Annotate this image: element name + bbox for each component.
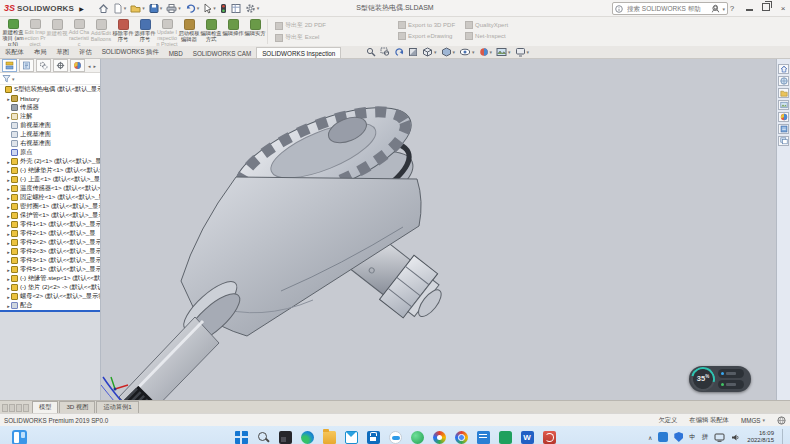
ribbon-button[interactable]: Edit Inspection Project bbox=[24, 17, 46, 46]
bottom-tab[interactable]: 运动算例1 bbox=[96, 401, 138, 413]
taskbar-icon[interactable] bbox=[409, 429, 425, 444]
taskbar-icon[interactable] bbox=[453, 429, 469, 444]
command-tab[interactable]: 草图 bbox=[51, 46, 74, 58]
taskbar-icon[interactable] bbox=[475, 429, 491, 444]
units-dropdown[interactable]: MMGS▾ bbox=[741, 417, 765, 424]
language-indicator[interactable]: 中 bbox=[689, 433, 696, 442]
security-shield-icon[interactable] bbox=[674, 432, 683, 442]
hide-show-items-button[interactable]: ▾ bbox=[459, 47, 475, 57]
tree-item[interactable]: ▸ 零件1<1> (默认<<默认>_显示状态 bbox=[0, 220, 100, 229]
ribbon-button[interactable]: Add Characteristic bbox=[68, 17, 90, 46]
ribbon-button[interactable]: 选择零件序号 bbox=[134, 17, 156, 46]
new-document-button[interactable]: ▾ bbox=[113, 3, 127, 14]
export-menu-item[interactable]: 导出至 2D PDF bbox=[275, 21, 388, 30]
ime-indicator[interactable]: 拼 bbox=[702, 433, 709, 442]
edit-appearance-button[interactable]: ▾ bbox=[479, 47, 493, 57]
forum-icon[interactable] bbox=[778, 136, 789, 146]
close-button[interactable]: × bbox=[778, 4, 788, 13]
taskbar-icon[interactable] bbox=[277, 429, 293, 444]
tree-item[interactable]: ▸ 零件2<2> (默认<<默认>_显示状 bbox=[0, 238, 100, 247]
sign-in-user-icon[interactable] bbox=[711, 4, 720, 13]
tree-item[interactable]: 原点 bbox=[0, 148, 100, 157]
ribbon-button[interactable]: 新建检查项目 (amp;N) bbox=[2, 17, 24, 46]
ribbon-button[interactable]: Add/Edit Balloons bbox=[90, 17, 112, 46]
display-style-caret[interactable]: ▾ bbox=[453, 49, 456, 55]
solidworks-resources-icon[interactable] bbox=[778, 64, 789, 74]
recorder-button-top[interactable] bbox=[718, 369, 744, 378]
ribbon-button[interactable]: Update Inspection Project bbox=[156, 17, 178, 46]
command-tab[interactable]: 布局 bbox=[29, 46, 52, 58]
design-library-icon[interactable] bbox=[778, 76, 789, 86]
zoom-area-button[interactable] bbox=[380, 47, 390, 57]
command-tab[interactable]: MBD bbox=[164, 48, 188, 58]
featuremanager-tree-tab[interactable] bbox=[2, 59, 17, 72]
export-menu-item[interactable]: 导出至 Excel bbox=[275, 33, 388, 42]
tree-item[interactable]: ▸ 固定螺栓<1> (默认<<默认>_显示状 bbox=[0, 193, 100, 202]
section-view-button[interactable] bbox=[408, 47, 418, 57]
taskbar-icon[interactable] bbox=[365, 429, 381, 444]
ribbon-button[interactable]: 新建检视 bbox=[46, 17, 68, 46]
select-caret[interactable]: ▾ bbox=[213, 5, 216, 11]
widgets-icon[interactable] bbox=[12, 430, 27, 444]
taskbar-icon[interactable] bbox=[541, 429, 557, 444]
custom-properties-icon[interactable] bbox=[778, 124, 789, 134]
taskbar-icon[interactable] bbox=[321, 429, 337, 444]
select-cursor-button[interactable]: ▾ bbox=[203, 3, 216, 14]
filter-funnel-icon[interactable] bbox=[2, 74, 11, 83]
export-menu-item[interactable]: Net-Inspect bbox=[465, 32, 508, 40]
property-manager-tab[interactable] bbox=[19, 59, 34, 72]
save-button[interactable]: ▾ bbox=[149, 3, 163, 14]
bottom-tab[interactable]: 3D 视图 bbox=[59, 401, 95, 413]
taskbar-icon[interactable] bbox=[431, 429, 447, 444]
tray-app-icon[interactable] bbox=[658, 432, 668, 442]
print-button[interactable]: ▾ bbox=[166, 3, 181, 14]
tree-item[interactable]: ▸ (-) 绝缘垫片<1> (默认<<默认>_显 bbox=[0, 166, 100, 175]
tree-item[interactable]: ▸ 密封圈<1> (默认<<默认>_显示状 bbox=[0, 202, 100, 211]
recorder-button-bottom[interactable] bbox=[718, 380, 744, 389]
tree-item[interactable]: S型铠装热电偶 (默认<默认_显示状态-1 bbox=[0, 85, 100, 94]
view-orientation-caret[interactable]: ▾ bbox=[434, 49, 437, 55]
tree-item[interactable]: ▸ 零件2<3> (默认<<默认>_显示状 bbox=[0, 247, 100, 256]
open-document-button[interactable]: ▾ bbox=[130, 3, 145, 14]
tree-item[interactable]: ▸ (-) 垫片 (2)<2> -> (默认<<默认> bbox=[0, 283, 100, 292]
tree-item[interactable]: ▸ 温度传感器<1> (默认<<默认>_ bbox=[0, 184, 100, 193]
save-caret[interactable]: ▾ bbox=[160, 5, 163, 11]
export-menu-item[interactable]: Export to 3D PDF bbox=[398, 21, 455, 29]
taskbar-icon[interactable] bbox=[233, 429, 249, 444]
tree-item[interactable]: ▸ History bbox=[0, 94, 100, 103]
taskbar-icon[interactable] bbox=[497, 429, 513, 444]
network-monitor-icon[interactable] bbox=[714, 433, 725, 442]
taskbar-icon[interactable] bbox=[343, 429, 359, 444]
tray-chevron-icon[interactable]: ∧ bbox=[648, 434, 652, 441]
file-explorer-icon[interactable] bbox=[778, 88, 789, 98]
tree-item[interactable]: 前视基准面 bbox=[0, 121, 100, 130]
panel-tab-scroll-left[interactable]: ◂ bbox=[88, 63, 91, 69]
view-palette-icon[interactable] bbox=[778, 100, 789, 110]
taskbar-icon[interactable] bbox=[255, 429, 271, 444]
tree-item[interactable]: ▸ 配合 bbox=[0, 301, 100, 310]
new-document-caret[interactable]: ▾ bbox=[124, 5, 127, 11]
tree-item[interactable]: ▸ (-) 上盖<1> (默认<<默认>_显示状 bbox=[0, 175, 100, 184]
view-settings-button[interactable]: ▾ bbox=[515, 47, 530, 57]
tree-item[interactable]: ▸ 零件5<1> (默认<<默认>_显示状态 bbox=[0, 265, 100, 274]
panel-tab-scroll-right[interactable]: ▸ bbox=[94, 63, 97, 69]
tree-item[interactable]: ▸ 零件2<1> (默认<<默认>_显 bbox=[0, 229, 100, 238]
configuration-manager-tab[interactable] bbox=[36, 59, 51, 72]
show-desktop-button[interactable] bbox=[782, 429, 785, 444]
ribbon-button[interactable]: 启动模板编辑器 bbox=[178, 17, 200, 46]
tree-item[interactable]: ▸ 螺母<2> (默认<<默认>_显示状态 bbox=[0, 292, 100, 301]
undo-caret[interactable]: ▾ bbox=[197, 5, 200, 11]
tree-item[interactable]: ▸ (-) 绝缘管.step<1> (默认<<默认>_ bbox=[0, 274, 100, 283]
display-style-button[interactable]: ▾ bbox=[441, 47, 456, 57]
ribbon-button[interactable]: 编辑实方 bbox=[244, 17, 266, 46]
tree-item[interactable]: ▸ 保护管<1> (默认<<默认>_显示状 bbox=[0, 211, 100, 220]
tree-item[interactable]: ▸ 注解 bbox=[0, 112, 100, 121]
search-input[interactable] bbox=[625, 4, 710, 13]
filter-caret[interactable]: ▾ bbox=[12, 76, 15, 82]
menu-flyout-arrow[interactable]: ▶ bbox=[79, 5, 84, 12]
command-tab[interactable]: 装配体 bbox=[0, 46, 29, 58]
help-button[interactable]: ? bbox=[727, 4, 737, 13]
edit-appearance-caret[interactable]: ▾ bbox=[490, 49, 493, 55]
rebuild-button[interactable] bbox=[220, 3, 227, 14]
tree-item[interactable]: ▸ 零件3<1> (默认<<默认>_显示状态 bbox=[0, 256, 100, 265]
